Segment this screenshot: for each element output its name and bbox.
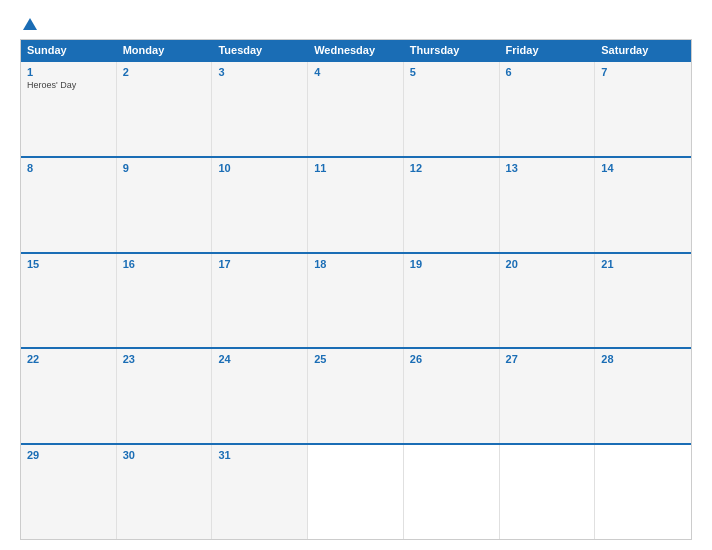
cell-date-number: 25 <box>314 353 397 365</box>
calendar-cell: 15 <box>21 254 117 348</box>
calendar-cell <box>595 445 691 539</box>
cell-date-number: 6 <box>506 66 589 78</box>
week-row-2: 891011121314 <box>21 156 691 252</box>
cell-date-number: 14 <box>601 162 685 174</box>
calendar-cell: 12 <box>404 158 500 252</box>
cell-date-number: 11 <box>314 162 397 174</box>
cell-date-number: 12 <box>410 162 493 174</box>
day-header-monday: Monday <box>117 40 213 60</box>
days-header-row: SundayMondayTuesdayWednesdayThursdayFrid… <box>21 40 691 60</box>
calendar-cell: 25 <box>308 349 404 443</box>
day-header-saturday: Saturday <box>595 40 691 60</box>
calendar-cell: 16 <box>117 254 213 348</box>
calendar-cell: 2 <box>117 62 213 156</box>
calendar-cell: 4 <box>308 62 404 156</box>
calendar-cell: 14 <box>595 158 691 252</box>
calendar-cell: 27 <box>500 349 596 443</box>
cell-event-label: Heroes' Day <box>27 80 110 90</box>
week-row-4: 22232425262728 <box>21 347 691 443</box>
cell-date-number: 8 <box>27 162 110 174</box>
calendar-cell: 11 <box>308 158 404 252</box>
calendar-cell <box>308 445 404 539</box>
cell-date-number: 19 <box>410 258 493 270</box>
cell-date-number: 13 <box>506 162 589 174</box>
cell-date-number: 26 <box>410 353 493 365</box>
calendar-cell: 20 <box>500 254 596 348</box>
logo-triangle-icon <box>23 18 37 30</box>
cell-date-number: 28 <box>601 353 685 365</box>
calendar-grid: SundayMondayTuesdayWednesdayThursdayFrid… <box>20 39 692 540</box>
cell-date-number: 20 <box>506 258 589 270</box>
week-row-1: 1Heroes' Day234567 <box>21 60 691 156</box>
cell-date-number: 7 <box>601 66 685 78</box>
calendar-cell: 10 <box>212 158 308 252</box>
calendar-cell: 3 <box>212 62 308 156</box>
cell-date-number: 21 <box>601 258 685 270</box>
logo <box>20 18 37 31</box>
calendar-cell: 22 <box>21 349 117 443</box>
cell-date-number: 22 <box>27 353 110 365</box>
calendar-cell: 26 <box>404 349 500 443</box>
week-row-5: 293031 <box>21 443 691 539</box>
cell-date-number: 9 <box>123 162 206 174</box>
cell-date-number: 24 <box>218 353 301 365</box>
day-header-tuesday: Tuesday <box>212 40 308 60</box>
calendar-cell: 24 <box>212 349 308 443</box>
calendar-cell: 6 <box>500 62 596 156</box>
calendar-cell: 23 <box>117 349 213 443</box>
day-header-wednesday: Wednesday <box>308 40 404 60</box>
calendar-cell <box>500 445 596 539</box>
calendar-cell <box>404 445 500 539</box>
cell-date-number: 23 <box>123 353 206 365</box>
cell-date-number: 2 <box>123 66 206 78</box>
calendar-cell: 28 <box>595 349 691 443</box>
calendar-cell: 30 <box>117 445 213 539</box>
cell-date-number: 15 <box>27 258 110 270</box>
cell-date-number: 27 <box>506 353 589 365</box>
cell-date-number: 18 <box>314 258 397 270</box>
cell-date-number: 17 <box>218 258 301 270</box>
calendar-cell: 19 <box>404 254 500 348</box>
calendar-cell: 13 <box>500 158 596 252</box>
calendar-cell: 1Heroes' Day <box>21 62 117 156</box>
calendar-cell: 21 <box>595 254 691 348</box>
cell-date-number: 30 <box>123 449 206 461</box>
calendar-page: SundayMondayTuesdayWednesdayThursdayFrid… <box>0 0 712 550</box>
header <box>20 18 692 31</box>
cell-date-number: 16 <box>123 258 206 270</box>
cell-date-number: 3 <box>218 66 301 78</box>
cell-date-number: 10 <box>218 162 301 174</box>
week-row-3: 15161718192021 <box>21 252 691 348</box>
calendar-cell: 29 <box>21 445 117 539</box>
cell-date-number: 1 <box>27 66 110 78</box>
day-header-sunday: Sunday <box>21 40 117 60</box>
calendar-cell: 7 <box>595 62 691 156</box>
cell-date-number: 4 <box>314 66 397 78</box>
calendar-cell: 18 <box>308 254 404 348</box>
weeks-container: 1Heroes' Day2345678910111213141516171819… <box>21 60 691 539</box>
calendar-cell: 9 <box>117 158 213 252</box>
calendar-cell: 31 <box>212 445 308 539</box>
day-header-thursday: Thursday <box>404 40 500 60</box>
calendar-cell: 5 <box>404 62 500 156</box>
cell-date-number: 31 <box>218 449 301 461</box>
calendar-cell: 8 <box>21 158 117 252</box>
day-header-friday: Friday <box>500 40 596 60</box>
calendar-cell: 17 <box>212 254 308 348</box>
cell-date-number: 5 <box>410 66 493 78</box>
cell-date-number: 29 <box>27 449 110 461</box>
